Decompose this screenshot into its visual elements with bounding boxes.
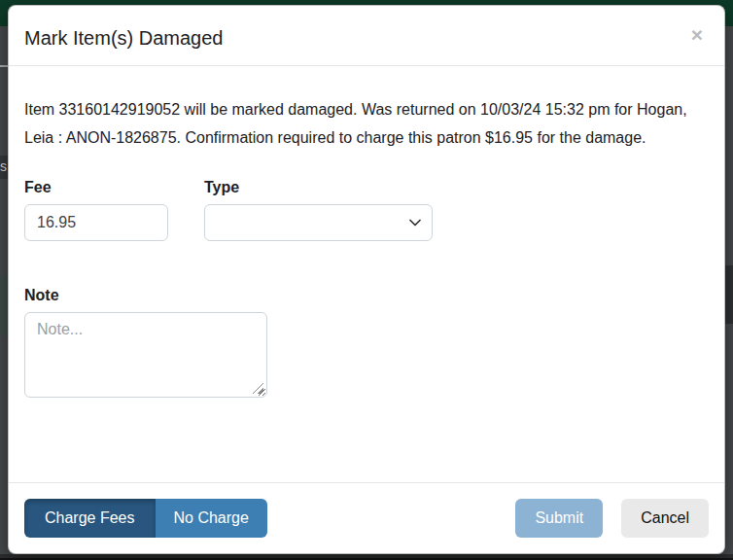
note-label: Note: [24, 287, 267, 304]
fee-field-group: Fee: [24, 179, 168, 241]
no-charge-button[interactable]: No Charge: [156, 499, 267, 538]
modal-body: Item 33160142919052 will be marked damag…: [9, 66, 724, 482]
close-button[interactable]: ×: [685, 22, 709, 47]
type-label: Type: [204, 179, 433, 196]
backdrop-divider-fragment: [0, 65, 8, 67]
type-select[interactable]: [204, 204, 433, 241]
close-icon: ×: [691, 23, 703, 46]
cancel-button[interactable]: Cancel: [621, 499, 709, 538]
mark-damaged-dialog: Mark Item(s) Damaged × Item 331601429190…: [8, 5, 725, 554]
backdrop-dark-fragment: [725, 265, 733, 324]
fee-type-row: Fee Type: [24, 179, 709, 241]
charge-fees-button[interactable]: Charge Fees: [24, 499, 156, 538]
note-textarea[interactable]: [24, 312, 267, 398]
modal-title: Mark Item(s) Damaged: [24, 24, 224, 52]
note-field-group: Note: [24, 287, 267, 402]
fee-label: Fee: [24, 179, 168, 196]
backdrop-text-fragment: s: [0, 156, 8, 179]
fee-input[interactable]: [24, 204, 168, 241]
confirmation-message: Item 33160142919052 will be marked damag…: [24, 95, 709, 152]
charge-toggle-group: Charge Fees No Charge: [24, 499, 267, 538]
type-select-wrap: [204, 204, 433, 241]
note-textarea-wrap: [24, 312, 267, 402]
footer-actions: Submit Cancel: [515, 499, 709, 538]
submit-button[interactable]: Submit: [515, 499, 603, 538]
modal-header: Mark Item(s) Damaged ×: [9, 6, 724, 66]
backdrop-teal-fragment: [0, 275, 8, 335]
type-field-group: Type: [204, 179, 433, 241]
modal-footer: Charge Fees No Charge Submit Cancel: [9, 482, 724, 553]
